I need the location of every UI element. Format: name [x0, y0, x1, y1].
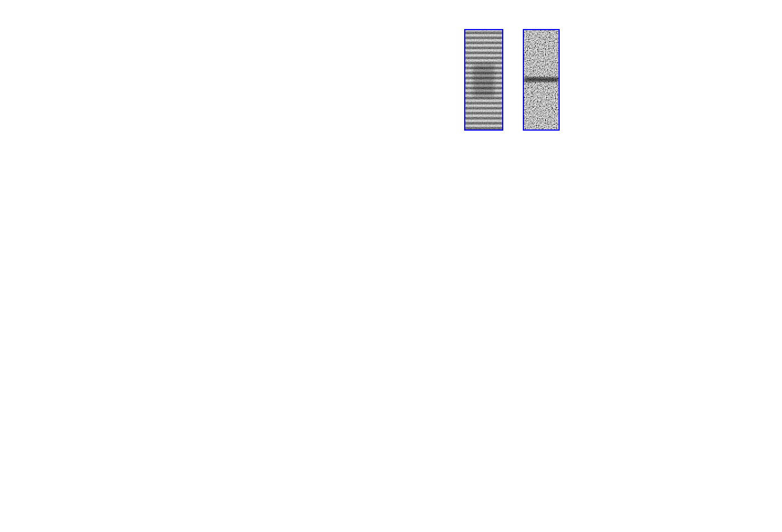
withsky-svg	[465, 30, 502, 130]
lineflux-map-panel	[132, 281, 235, 411]
line-fit-chart	[579, 28, 741, 131]
spec2d-panel	[260, 16, 473, 144]
clean-svg	[524, 30, 559, 130]
clean-image	[523, 29, 560, 131]
full-spectrum-chart	[34, 151, 737, 267]
header-meta	[588, 1, 622, 28]
fiber-positions-panel	[27, 281, 130, 411]
elixer-report-page	[0, 0, 782, 532]
footer-note	[37, 488, 55, 532]
withsky-image	[464, 29, 503, 131]
bottom-separator-bar	[53, 527, 729, 532]
kpno-panel	[237, 281, 341, 411]
